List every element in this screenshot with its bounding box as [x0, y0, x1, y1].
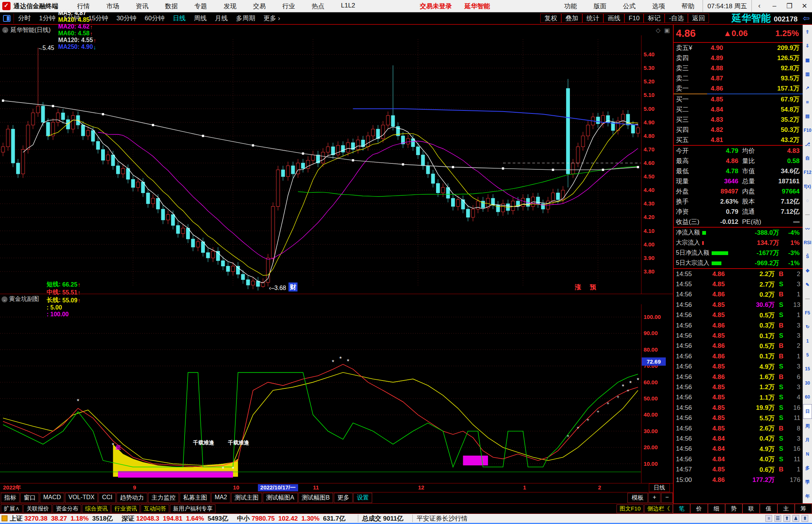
- extend-tab[interactable]: 资金分布: [53, 504, 81, 513]
- indicator-button[interactable]: 趋势动力: [117, 493, 147, 503]
- extend-tab[interactable]: 行业资讯: [111, 504, 140, 513]
- menu-item[interactable]: 热点: [303, 2, 333, 11]
- strip-tool[interactable]: ⇧: [803, 25, 812, 39]
- strip-tool[interactable]: 月: [803, 433, 812, 447]
- axis-period-badge[interactable]: 日线: [649, 483, 670, 492]
- menu-item[interactable]: 资讯: [127, 2, 157, 11]
- index-quote[interactable]: 上证 3270.38 38.27 1.18% 3518亿: [10, 514, 117, 523]
- menu-item[interactable]: 版面: [585, 2, 615, 11]
- strip-tool[interactable]: 1: [803, 334, 812, 348]
- strip-tool[interactable]: N: [803, 447, 812, 461]
- menu-item[interactable]: 专题: [186, 2, 215, 11]
- menu-item[interactable]: 发现: [215, 2, 245, 11]
- template-button[interactable]: +: [648, 493, 660, 503]
- strip-tool[interactable]: 5: [803, 348, 812, 362]
- strip-tool[interactable]: ⎇: [803, 137, 812, 151]
- extend-tab[interactable]: 侧边栏《: [644, 504, 673, 513]
- period-tab[interactable]: 更多 ›: [259, 14, 284, 23]
- trade-login-status[interactable]: 交易未登录: [420, 2, 452, 11]
- strip-tool[interactable]: ▤: [803, 109, 812, 123]
- list-icon[interactable]: ☰: [774, 515, 781, 522]
- window-button[interactable]: ✕: [797, 2, 812, 10]
- menu-item[interactable]: 交易: [245, 2, 274, 11]
- strip-tool[interactable]: Ŝ: [803, 250, 812, 264]
- strip-tool[interactable]: 日: [803, 404, 812, 419]
- strip-tool[interactable]: 季: [803, 475, 812, 489]
- sell-level-row[interactable]: 卖三4.8892.8万: [674, 63, 803, 73]
- chart-action-button[interactable]: 复权: [540, 14, 561, 23]
- window-button[interactable]: ‹: [752, 2, 767, 10]
- chart-corner-icon[interactable]: ◇: [656, 27, 661, 34]
- menu-item[interactable]: 公式: [615, 2, 644, 11]
- panel-mode-tab[interactable]: 细: [708, 504, 725, 513]
- period-tab[interactable]: 周线: [190, 14, 211, 23]
- buy-level-row[interactable]: 买五4.8143.2万: [674, 135, 803, 145]
- strip-tool[interactable]: F5: [803, 306, 812, 320]
- buy-level-row[interactable]: 买四4.8250.3万: [674, 125, 803, 135]
- strip-tool[interactable]: 自: [803, 151, 812, 165]
- strip-tool[interactable]: ↗: [803, 81, 812, 95]
- extend-tab[interactable]: 新用户福利专享: [170, 504, 215, 513]
- menu-item[interactable]: 选项: [644, 2, 673, 11]
- panel-mode-tab[interactable]: 势: [725, 504, 742, 513]
- buy-level-row[interactable]: 买一4.8567.9万: [674, 94, 803, 104]
- strip-tool[interactable]: F10: [803, 123, 812, 137]
- strip-tool[interactable]: —: [803, 207, 812, 221]
- menu-item[interactable]: 数据: [157, 2, 186, 11]
- menu-item[interactable]: 帮助: [673, 2, 703, 11]
- strip-tool[interactable]: 周: [803, 419, 812, 433]
- indicator-button[interactable]: 测试幅图A: [263, 493, 298, 503]
- chart-action-button[interactable]: 统计: [582, 14, 603, 23]
- indicator-button[interactable]: 测试主图: [231, 493, 262, 503]
- menu-item[interactable]: 行情: [69, 2, 98, 11]
- period-tab[interactable]: 30分钟: [112, 14, 141, 23]
- note-icon[interactable]: ≡: [765, 515, 772, 522]
- chart-action-button[interactable]: 返回: [688, 14, 709, 23]
- indicator-button[interactable]: MACD: [40, 493, 64, 503]
- current-stock-shortcut[interactable]: 延华智能: [465, 2, 490, 11]
- strip-tool[interactable]: 60: [803, 390, 812, 404]
- period-tab[interactable]: 月线: [211, 14, 232, 23]
- period-tab[interactable]: 分时: [14, 14, 35, 23]
- strip-tool[interactable]: 年: [803, 489, 812, 503]
- chart-action-button[interactable]: 叠加: [561, 14, 582, 23]
- back-arrow-icon[interactable]: ⇦: [803, 14, 810, 23]
- up-icon[interactable]: ⬆: [783, 515, 790, 522]
- strip-tool[interactable]: F12: [803, 165, 812, 179]
- indicator-button[interactable]: CCI: [98, 493, 116, 503]
- layout-toggle-icon[interactable]: [3, 15, 11, 22]
- index-quote[interactable]: 深证 12048.3 194.81 1.64% 5493亿: [122, 514, 232, 523]
- chart-action-button[interactable]: 画线: [603, 14, 624, 23]
- indicator-button[interactable]: 窗口: [20, 493, 39, 503]
- market-status-icon[interactable]: [2, 515, 8, 521]
- extend-tab[interactable]: 扩展∧: [1, 504, 23, 513]
- strip-tool[interactable]: 多: [803, 461, 812, 475]
- indicator-button[interactable]: 设置: [353, 493, 372, 503]
- window-button[interactable]: ❐: [782, 2, 797, 10]
- strip-tool[interactable]: 15: [803, 362, 812, 376]
- sell-level-row[interactable]: 卖五¥4.90209.9万: [674, 43, 803, 53]
- strip-tool[interactable]: ✎: [803, 278, 812, 291]
- menu-item[interactable]: 功能: [556, 2, 585, 11]
- period-tab[interactable]: 日线: [169, 14, 190, 23]
- sell-level-row[interactable]: 卖二4.8793.5万: [674, 73, 803, 83]
- buy-level-row[interactable]: 买三4.8335.2万: [674, 115, 803, 125]
- period-tab[interactable]: 60分钟: [141, 14, 169, 23]
- golden-pit-subchart[interactable]: 100.0090.0080.0070.0060.0050.0040.0030.0…: [0, 304, 673, 483]
- indicator-button[interactable]: 私募主图: [180, 493, 211, 503]
- template-button[interactable]: 模板: [627, 493, 648, 503]
- sell-level-row[interactable]: 卖一4.86157.1万: [674, 83, 803, 94]
- period-tab[interactable]: 多周期: [232, 14, 259, 23]
- menu-item[interactable]: 行业: [274, 2, 303, 11]
- indicator-button[interactable]: 指标: [1, 493, 20, 503]
- indicator-button[interactable]: MA2: [211, 493, 230, 503]
- bell-icon[interactable]: ♟: [792, 515, 799, 522]
- extend-tab[interactable]: 互动问答: [141, 504, 169, 513]
- strip-tool[interactable]: RSI: [803, 236, 812, 249]
- strip-tool[interactable]: ◌: [803, 193, 812, 207]
- strip-tool[interactable]: ▦: [803, 53, 812, 67]
- indicator-button[interactable]: 主力监控: [148, 493, 179, 503]
- panel-mode-tab[interactable]: 联: [742, 504, 760, 513]
- strip-tool[interactable]: ⌗: [803, 95, 812, 109]
- window-button[interactable]: –: [767, 2, 782, 10]
